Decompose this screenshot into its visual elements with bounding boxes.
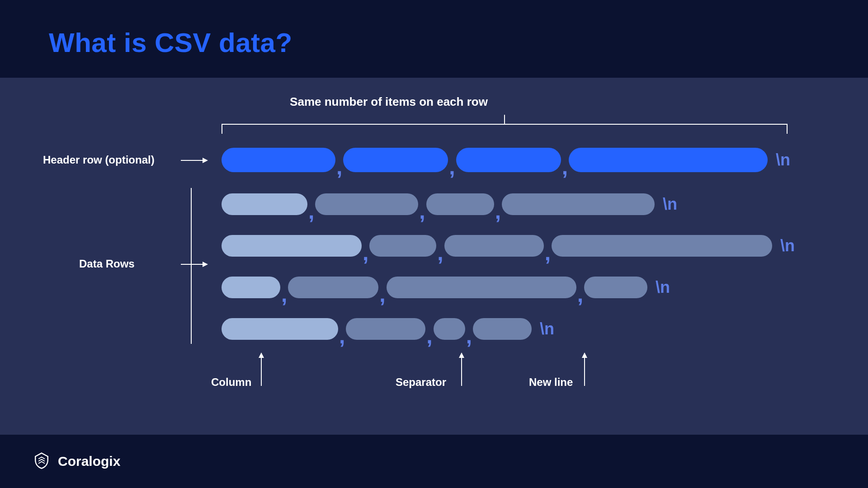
- data-rows-bracket: [191, 188, 192, 344]
- brand-name: Coralogix: [58, 454, 120, 469]
- data-cell: [434, 318, 465, 340]
- header-cell: [569, 148, 768, 172]
- comma-separator: ,: [280, 282, 288, 307]
- comma-separator: ,: [465, 324, 473, 348]
- comma-separator: ,: [561, 155, 569, 179]
- comma-separator: ,: [418, 199, 426, 224]
- data-cell: [222, 193, 307, 215]
- comma-separator: ,: [362, 240, 369, 265]
- label-column: Column: [211, 376, 251, 389]
- csv-data-row: , , , \n: [222, 316, 554, 341]
- header-cell: [343, 148, 448, 172]
- data-cell: [222, 318, 338, 340]
- csv-data-row: , , , \n: [222, 192, 677, 216]
- newline-glyph: \n: [663, 195, 677, 214]
- arrow-newline: [584, 353, 585, 386]
- data-cell: [288, 277, 378, 298]
- comma-separator: ,: [335, 155, 343, 179]
- newline-glyph: \n: [776, 150, 790, 169]
- data-cell: [346, 318, 425, 340]
- newline-glyph: \n: [656, 278, 670, 297]
- comma-separator: ,: [576, 282, 584, 307]
- data-cell: [315, 193, 418, 215]
- comma-separator: ,: [425, 324, 433, 348]
- title-band: What is CSV data?: [0, 0, 868, 78]
- comma-separator: ,: [338, 324, 346, 348]
- data-cell: [473, 318, 532, 340]
- csv-header-row: , , , \n: [222, 147, 790, 172]
- comma-separator: ,: [494, 199, 502, 224]
- header-cell: [222, 148, 335, 172]
- label-separator: Separator: [396, 376, 446, 389]
- coralogix-logo-icon: [33, 451, 51, 471]
- csv-data-row: , , , \n: [222, 275, 670, 300]
- data-cell: [222, 277, 280, 298]
- comma-separator: ,: [436, 240, 444, 265]
- header-cell: [456, 148, 561, 172]
- arrow-header-row: [181, 160, 207, 161]
- comma-separator: ,: [448, 155, 456, 179]
- label-data-rows: Data Rows: [79, 258, 135, 270]
- data-cell: [222, 235, 362, 257]
- footer: Coralogix: [0, 435, 868, 488]
- data-cell: [369, 235, 436, 257]
- data-cell: [387, 277, 576, 298]
- data-cell: [444, 235, 544, 257]
- comma-separator: ,: [378, 282, 386, 307]
- diagram-panel: Same number of items on each row Header …: [0, 78, 868, 435]
- arrow-column: [261, 353, 262, 386]
- arrow-data-rows: [181, 264, 207, 265]
- top-annotation: Same number of items on each row: [290, 95, 488, 109]
- data-cell: [502, 193, 655, 215]
- comma-separator: ,: [544, 240, 552, 265]
- label-newline: New line: [529, 376, 573, 389]
- data-cell: [426, 193, 494, 215]
- label-header-row: Header row (optional): [43, 154, 155, 166]
- comma-separator: ,: [307, 199, 315, 224]
- newline-glyph: \n: [780, 236, 795, 255]
- arrow-separator: [461, 353, 462, 386]
- top-bracket: [222, 124, 788, 134]
- data-cell: [584, 277, 647, 298]
- page-title: What is CSV data?: [49, 27, 868, 58]
- data-cell: [552, 235, 772, 257]
- csv-data-row: , , , \n: [222, 233, 795, 258]
- newline-glyph: \n: [540, 319, 554, 338]
